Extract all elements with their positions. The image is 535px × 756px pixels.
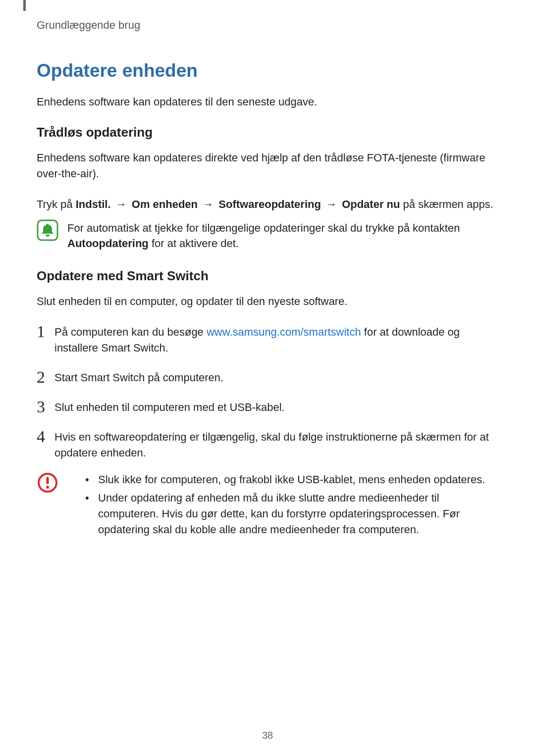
caution-bullets: Sluk ikke for computeren, og frakobl ikk… bbox=[67, 472, 498, 538]
step-item: 3 Slut enheden til computeren med et USB… bbox=[37, 400, 498, 415]
document-page: Grundlæggende brug Opdatere enheden Enhe… bbox=[0, 0, 535, 541]
note-block: For automatisk at tjekke for tilgængelig… bbox=[37, 219, 498, 252]
section-heading-wireless: Trådløs opdatering bbox=[37, 125, 498, 140]
steps-list: 1 På computeren kan du besøge www.samsun… bbox=[37, 324, 498, 460]
step-number: 4 bbox=[37, 424, 45, 449]
step-item: 2 Start Smart Switch på computeren. bbox=[37, 370, 498, 386]
path-part-4: Opdater nu bbox=[342, 198, 400, 210]
arrow-icon: → bbox=[203, 198, 214, 210]
svg-rect-2 bbox=[47, 477, 49, 484]
caution-block: Sluk ikke for computeren, og frakobl ikk… bbox=[37, 472, 498, 541]
step-text: Hvis en softwareopdatering er tilgængeli… bbox=[54, 431, 489, 459]
note-before: For automatisk at tjekke for tilgængelig… bbox=[67, 222, 460, 234]
breadcrumb: Grundlæggende brug bbox=[37, 19, 498, 32]
page-number: 38 bbox=[0, 730, 535, 741]
smartswitch-link[interactable]: www.samsung.com/smartswitch bbox=[207, 326, 361, 338]
note-after: for at aktivere det. bbox=[149, 237, 239, 250]
step-number: 3 bbox=[37, 395, 45, 419]
step-item: 4 Hvis en softwareopdatering er tilgænge… bbox=[37, 429, 498, 461]
path-part-3: Softwareopdatering bbox=[218, 198, 321, 210]
step-text-before: På computeren kan du besøge bbox=[54, 326, 207, 338]
wireless-body: Enhedens software kan opdateres direkte … bbox=[37, 150, 498, 182]
arrow-icon: → bbox=[326, 198, 337, 210]
caution-item: Under opdatering af enheden må du ikke s… bbox=[85, 490, 498, 538]
svg-point-3 bbox=[46, 486, 49, 489]
path-suffix: på skærmen apps. bbox=[400, 198, 493, 210]
step-number: 1 bbox=[37, 319, 45, 344]
arrow-icon: → bbox=[116, 198, 127, 210]
caution-exclamation-icon bbox=[37, 472, 58, 494]
step-number: 2 bbox=[37, 365, 45, 389]
page-edge-mark bbox=[23, 0, 26, 11]
step-text: Start Smart Switch på computeren. bbox=[54, 371, 223, 384]
note-bell-icon bbox=[37, 219, 58, 241]
step-item: 1 På computeren kan du besøge www.samsun… bbox=[37, 324, 498, 356]
step-text: Slut enheden til computeren med et USB-k… bbox=[54, 401, 285, 413]
page-title: Opdatere enheden bbox=[37, 60, 498, 81]
path-part-1: Indstil. bbox=[76, 198, 111, 210]
path-prefix: Tryk på bbox=[37, 198, 76, 210]
caution-item: Sluk ikke for computeren, og frakobl ikk… bbox=[85, 472, 498, 488]
note-text: For automatisk at tjekke for tilgængelig… bbox=[67, 219, 498, 252]
section-heading-smartswitch: Opdatere med Smart Switch bbox=[37, 268, 498, 284]
navigation-path: Tryk på Indstil. → Om enheden → Software… bbox=[37, 197, 498, 212]
note-bold: Autoopdatering bbox=[67, 237, 149, 250]
path-part-2: Om enheden bbox=[132, 198, 198, 210]
smartswitch-body: Slut enheden til en computer, og opdater… bbox=[37, 294, 498, 309]
intro-paragraph: Enhedens software kan opdateres til den … bbox=[37, 94, 498, 110]
